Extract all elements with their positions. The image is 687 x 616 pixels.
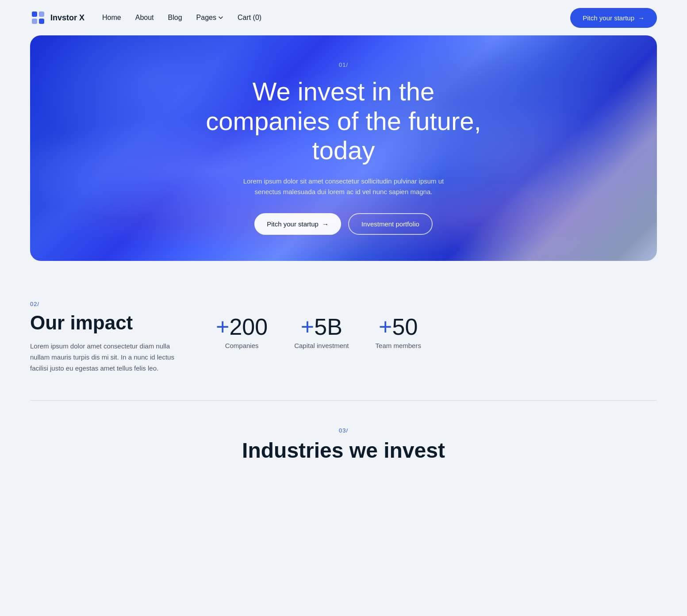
impact-description: Lorem ipsum dolor amet consectetur diam … xyxy=(30,341,189,374)
hero-content: 01/ We invest in the companies of the fu… xyxy=(189,61,499,235)
arrow-icon: → xyxy=(638,14,645,22)
svg-rect-3 xyxy=(39,19,44,24)
svg-rect-1 xyxy=(39,11,44,17)
stat-companies-label: Companies xyxy=(216,342,268,349)
pitch-startup-button[interactable]: Pitch your startup → xyxy=(570,8,657,28)
stat-team-label: Team members xyxy=(376,342,421,349)
impact-inner: Our impact Lorem ipsum dolor amet consec… xyxy=(30,312,657,374)
impact-title: Our impact xyxy=(30,312,189,334)
impact-left: Our impact Lorem ipsum dolor amet consec… xyxy=(30,312,189,374)
hero-slide-number: 01/ xyxy=(198,61,490,68)
nav-home[interactable]: Home xyxy=(102,14,121,21)
hero-wrapper: 01/ We invest in the companies of the fu… xyxy=(0,35,687,261)
stat-companies: +200 Companies xyxy=(216,315,268,349)
industries-section-number: 03/ xyxy=(30,427,657,434)
hero-subtitle: Lorem ipsum dolor sit amet consectetur s… xyxy=(238,176,450,197)
impact-section: 02/ Our impact Lorem ipsum dolor amet co… xyxy=(0,287,687,400)
stat-capital: +5B Capital investment xyxy=(294,315,349,349)
nav-links: Home About Blog Pages Cart (0) xyxy=(102,14,570,22)
stat-capital-label: Capital investment xyxy=(294,342,349,349)
stat-team: +50 Team members xyxy=(376,315,421,349)
industries-section: 03/ Industries we invest xyxy=(0,401,687,480)
hero-buttons: Pitch your startup → Investment portfoli… xyxy=(198,213,490,235)
nav-cart[interactable]: Cart (0) xyxy=(238,14,261,21)
nav-pages[interactable]: Pages xyxy=(196,14,223,22)
stat-team-value: +50 xyxy=(376,315,421,338)
hero-title: We invest in the companies of the future… xyxy=(198,77,490,165)
hero-arrow-icon: → xyxy=(322,220,329,228)
industries-title: Industries we invest xyxy=(30,438,657,463)
logo-text: Invstor X xyxy=(50,13,84,23)
hero-portfolio-button[interactable]: Investment portfolio xyxy=(348,213,433,235)
logo-link[interactable]: Invstor X xyxy=(30,10,84,26)
svg-rect-2 xyxy=(32,19,37,24)
svg-rect-0 xyxy=(32,11,37,17)
hero-section: 01/ We invest in the companies of the fu… xyxy=(30,35,657,261)
impact-section-number: 02/ xyxy=(30,301,657,307)
nav-about[interactable]: About xyxy=(135,14,154,21)
stat-capital-value: +5B xyxy=(294,315,349,338)
nav-cta: Pitch your startup → xyxy=(570,8,657,28)
stat-companies-value: +200 xyxy=(216,315,268,338)
hero-pitch-button[interactable]: Pitch your startup → xyxy=(254,213,341,235)
impact-stats: +200 Companies +5B Capital investment +5… xyxy=(216,315,421,349)
nav-blog[interactable]: Blog xyxy=(168,14,182,21)
logo-icon xyxy=(30,10,46,26)
chevron-down-icon xyxy=(218,15,223,20)
navbar: Invstor X Home About Blog Pages Cart (0)… xyxy=(0,0,687,35)
